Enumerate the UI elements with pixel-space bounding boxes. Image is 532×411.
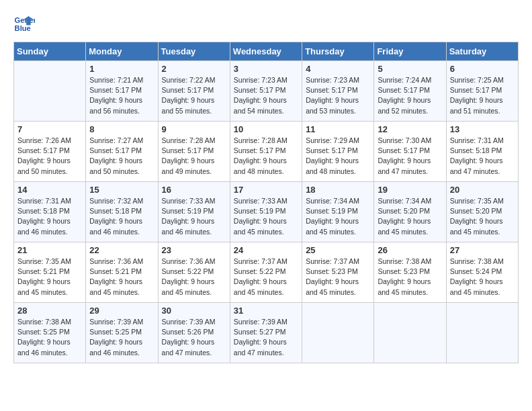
day-number: 21 [17, 245, 82, 255]
cell-info: Sunrise: 7:36 AM Sunset: 5:21 PM Dayligh… [89, 257, 154, 298]
day-number: 29 [89, 306, 154, 316]
calendar-cell: 28Sunrise: 7:38 AM Sunset: 5:25 PM Dayli… [14, 303, 86, 363]
calendar-cell: 6Sunrise: 7:25 AM Sunset: 5:17 PM Daylig… [446, 61, 518, 122]
cell-info: Sunrise: 7:36 AM Sunset: 5:22 PM Dayligh… [162, 257, 226, 298]
day-number: 27 [450, 245, 515, 255]
calendar-cell: 7Sunrise: 7:26 AM Sunset: 5:17 PM Daylig… [14, 122, 86, 182]
cell-info: Sunrise: 7:33 AM Sunset: 5:19 PM Dayligh… [234, 196, 298, 237]
day-number: 8 [89, 124, 154, 134]
calendar-cell: 5Sunrise: 7:24 AM Sunset: 5:17 PM Daylig… [374, 61, 446, 122]
day-number: 18 [306, 185, 370, 195]
cell-info: Sunrise: 7:39 AM Sunset: 5:25 PM Dayligh… [89, 317, 154, 358]
week-row-5: 28Sunrise: 7:38 AM Sunset: 5:25 PM Dayli… [14, 303, 519, 363]
header-saturday: Saturday [446, 42, 518, 61]
day-number: 5 [378, 64, 442, 74]
calendar-cell: 27Sunrise: 7:38 AM Sunset: 5:24 PM Dayli… [446, 242, 518, 303]
calendar-cell: 20Sunrise: 7:35 AM Sunset: 5:20 PM Dayli… [446, 182, 518, 242]
cell-info: Sunrise: 7:35 AM Sunset: 5:21 PM Dayligh… [17, 257, 82, 298]
calendar-cell: 22Sunrise: 7:36 AM Sunset: 5:21 PM Dayli… [86, 242, 158, 303]
calendar-cell: 15Sunrise: 7:32 AM Sunset: 5:18 PM Dayli… [86, 182, 158, 242]
calendar-cell: 16Sunrise: 7:33 AM Sunset: 5:19 PM Dayli… [158, 182, 230, 242]
calendar-cell: 8Sunrise: 7:27 AM Sunset: 5:17 PM Daylig… [86, 122, 158, 182]
day-number: 24 [234, 245, 298, 255]
cell-info: Sunrise: 7:27 AM Sunset: 5:17 PM Dayligh… [89, 136, 154, 177]
cell-info: Sunrise: 7:22 AM Sunset: 5:17 PM Dayligh… [162, 75, 226, 116]
day-number: 20 [450, 185, 515, 195]
day-number: 3 [234, 64, 298, 74]
calendar-cell: 25Sunrise: 7:37 AM Sunset: 5:23 PM Dayli… [302, 242, 374, 303]
day-number: 10 [234, 124, 298, 134]
cell-info: Sunrise: 7:21 AM Sunset: 5:17 PM Dayligh… [89, 75, 154, 116]
calendar-body: 1Sunrise: 7:21 AM Sunset: 5:17 PM Daylig… [14, 61, 519, 363]
calendar-cell: 19Sunrise: 7:34 AM Sunset: 5:20 PM Dayli… [374, 182, 446, 242]
day-number: 22 [89, 245, 154, 255]
cell-info: Sunrise: 7:25 AM Sunset: 5:17 PM Dayligh… [450, 75, 515, 116]
calendar-cell: 30Sunrise: 7:39 AM Sunset: 5:26 PM Dayli… [158, 303, 230, 363]
cell-info: Sunrise: 7:33 AM Sunset: 5:19 PM Dayligh… [162, 196, 226, 237]
cell-info: Sunrise: 7:26 AM Sunset: 5:17 PM Dayligh… [17, 136, 82, 177]
cell-info: Sunrise: 7:31 AM Sunset: 5:18 PM Dayligh… [450, 136, 515, 177]
day-number: 15 [89, 185, 154, 195]
calendar-cell: 18Sunrise: 7:34 AM Sunset: 5:19 PM Dayli… [302, 182, 374, 242]
cell-info: Sunrise: 7:39 AM Sunset: 5:26 PM Dayligh… [162, 317, 226, 358]
calendar-cell: 24Sunrise: 7:37 AM Sunset: 5:22 PM Dayli… [230, 242, 302, 303]
calendar-cell: 12Sunrise: 7:30 AM Sunset: 5:17 PM Dayli… [374, 122, 446, 182]
day-number: 6 [450, 64, 515, 74]
calendar-cell: 17Sunrise: 7:33 AM Sunset: 5:19 PM Dayli… [230, 182, 302, 242]
day-number: 9 [162, 124, 226, 134]
header-row: SundayMondayTuesdayWednesdayThursdayFrid… [14, 42, 519, 61]
cell-info: Sunrise: 7:37 AM Sunset: 5:23 PM Dayligh… [306, 257, 370, 298]
calendar-cell: 2Sunrise: 7:22 AM Sunset: 5:17 PM Daylig… [158, 61, 230, 122]
cell-info: Sunrise: 7:28 AM Sunset: 5:17 PM Dayligh… [234, 136, 298, 177]
day-number: 25 [306, 245, 370, 255]
calendar-cell: 14Sunrise: 7:31 AM Sunset: 5:18 PM Dayli… [14, 182, 86, 242]
day-number: 7 [17, 124, 82, 134]
cell-info: Sunrise: 7:31 AM Sunset: 5:18 PM Dayligh… [17, 196, 82, 237]
calendar-cell: 9Sunrise: 7:28 AM Sunset: 5:17 PM Daylig… [158, 122, 230, 182]
day-number: 12 [378, 124, 442, 134]
cell-info: Sunrise: 7:38 AM Sunset: 5:23 PM Dayligh… [378, 257, 442, 298]
week-row-2: 7Sunrise: 7:26 AM Sunset: 5:17 PM Daylig… [14, 122, 519, 182]
cell-info: Sunrise: 7:24 AM Sunset: 5:17 PM Dayligh… [378, 75, 442, 116]
cell-info: Sunrise: 7:37 AM Sunset: 5:22 PM Dayligh… [234, 257, 298, 298]
cell-info: Sunrise: 7:23 AM Sunset: 5:17 PM Dayligh… [234, 75, 298, 116]
cell-info: Sunrise: 7:38 AM Sunset: 5:24 PM Dayligh… [450, 257, 515, 298]
page-header: General Blue [13, 13, 519, 35]
day-number: 1 [89, 64, 154, 74]
logo: General Blue [13, 13, 38, 35]
day-number: 26 [378, 245, 442, 255]
calendar-cell: 31Sunrise: 7:39 AM Sunset: 5:27 PM Dayli… [230, 303, 302, 363]
cell-info: Sunrise: 7:39 AM Sunset: 5:27 PM Dayligh… [234, 317, 298, 358]
calendar-cell [302, 303, 374, 363]
day-number: 13 [450, 124, 515, 134]
header-friday: Friday [374, 42, 446, 61]
week-row-1: 1Sunrise: 7:21 AM Sunset: 5:17 PM Daylig… [14, 61, 519, 122]
day-number: 23 [162, 245, 226, 255]
calendar-cell [374, 303, 446, 363]
week-row-4: 21Sunrise: 7:35 AM Sunset: 5:21 PM Dayli… [14, 242, 519, 303]
day-number: 16 [162, 185, 226, 195]
calendar-cell: 23Sunrise: 7:36 AM Sunset: 5:22 PM Dayli… [158, 242, 230, 303]
calendar-table: SundayMondayTuesdayWednesdayThursdayFrid… [13, 42, 519, 363]
calendar-cell: 21Sunrise: 7:35 AM Sunset: 5:21 PM Dayli… [14, 242, 86, 303]
calendar-cell: 1Sunrise: 7:21 AM Sunset: 5:17 PM Daylig… [86, 61, 158, 122]
svg-text:General: General [15, 16, 35, 24]
header-tuesday: Tuesday [158, 42, 230, 61]
day-number: 19 [378, 185, 442, 195]
calendar-cell: 3Sunrise: 7:23 AM Sunset: 5:17 PM Daylig… [230, 61, 302, 122]
cell-info: Sunrise: 7:38 AM Sunset: 5:25 PM Dayligh… [17, 317, 82, 358]
day-number: 4 [306, 64, 370, 74]
logo-icon: General Blue [13, 13, 35, 35]
day-number: 2 [162, 64, 226, 74]
day-number: 17 [234, 185, 298, 195]
calendar-cell [446, 303, 518, 363]
header-wednesday: Wednesday [230, 42, 302, 61]
header-monday: Monday [86, 42, 158, 61]
calendar-cell: 4Sunrise: 7:23 AM Sunset: 5:17 PM Daylig… [302, 61, 374, 122]
calendar-cell [14, 61, 86, 122]
cell-info: Sunrise: 7:35 AM Sunset: 5:20 PM Dayligh… [450, 196, 515, 237]
day-number: 11 [306, 124, 370, 134]
day-number: 30 [162, 306, 226, 316]
calendar-cell: 26Sunrise: 7:38 AM Sunset: 5:23 PM Dayli… [374, 242, 446, 303]
header-thursday: Thursday [302, 42, 374, 61]
